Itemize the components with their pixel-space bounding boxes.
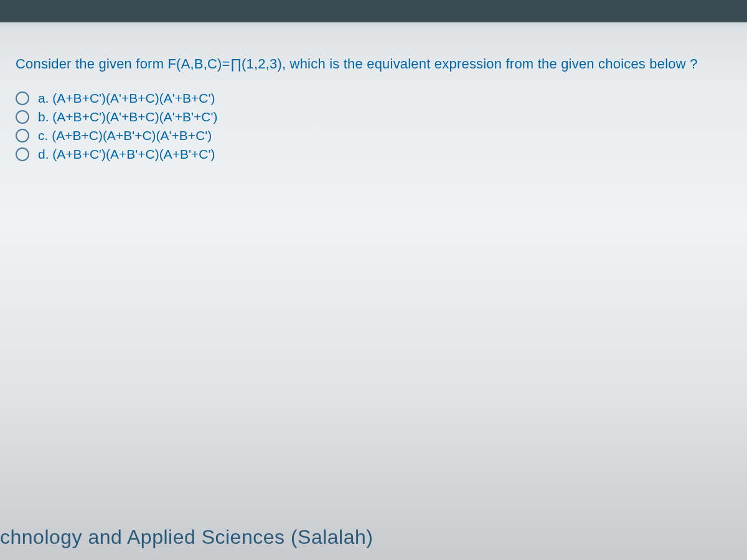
option-text: (A+B+C)(A+B'+C)(A'+B+C')	[52, 128, 212, 143]
option-text: (A+B+C')(A+B'+C)(A+B'+C')	[52, 147, 215, 162]
option-letter: a.	[38, 91, 49, 106]
option-letter: c.	[38, 128, 48, 143]
option-text: (A+B+C')(A'+B+C)(A'+B'+C')	[52, 110, 217, 124]
options-group: a. (A+B+C')(A'+B+C)(A'+B+C') b. (A+B+C')…	[16, 91, 731, 162]
option-letter: d.	[38, 147, 49, 162]
question-prompt: Consider the given form F(A,B,C)=∏(1,2,3…	[16, 56, 731, 72]
radio-icon[interactable]	[16, 110, 29, 124]
radio-icon[interactable]	[16, 91, 29, 105]
window-bezel-top	[0, 0, 747, 23]
option-text: (A+B+C')(A'+B+C)(A'+B+C')	[52, 91, 215, 106]
option-b[interactable]: b. (A+B+C')(A'+B+C)(A'+B'+C')	[16, 110, 731, 124]
option-d[interactable]: d. (A+B+C')(A+B'+C)(A+B'+C')	[16, 147, 731, 162]
option-a[interactable]: a. (A+B+C')(A'+B+C)(A'+B+C')	[16, 91, 731, 106]
option-letter: b.	[38, 110, 49, 124]
radio-icon[interactable]	[16, 147, 29, 161]
footer-institution-text: chnology and Applied Sciences (Salalah)	[0, 526, 373, 549]
radio-icon[interactable]	[16, 129, 29, 142]
option-c[interactable]: c. (A+B+C)(A+B'+C)(A'+B+C')	[16, 128, 731, 143]
